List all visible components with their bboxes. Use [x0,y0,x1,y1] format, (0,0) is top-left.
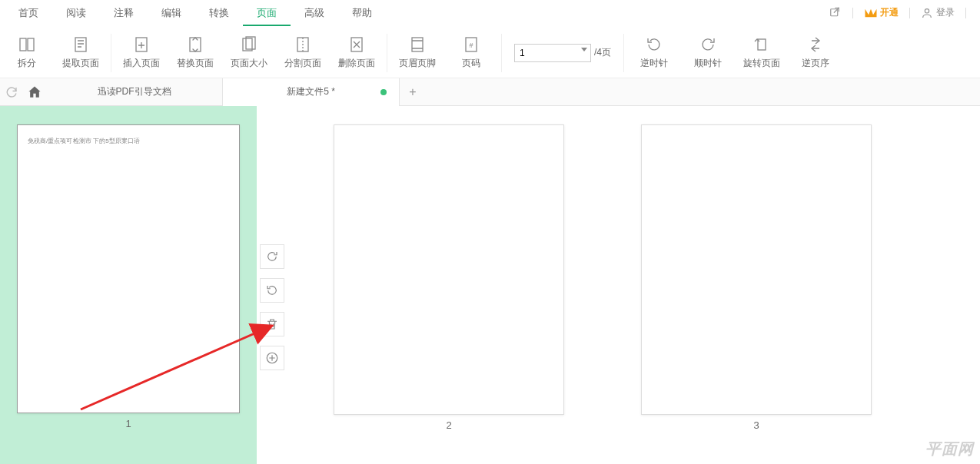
side-add-button[interactable] [260,346,284,370]
add-tab-button[interactable]: + [400,85,426,99]
menu-item-edit[interactable]: 编辑 [148,0,195,26]
svg-point-1 [925,8,929,12]
menu-bar: 首页 阅读 注释 编辑 转换 页面 高级 帮助 开通 登录 [0,0,980,26]
login-label-text: 登录 [936,6,955,19]
page1-content-text: 免税商/重点项可检测市 下的5型原案口语 [18,125,217,157]
side-rotate-ccw-button[interactable] [260,278,284,303]
menu-item-convert[interactable]: 转换 [195,0,243,26]
svg-rect-6 [190,38,201,51]
tool-reverse-label: 逆页序 [802,57,829,70]
page-thumb-3-number: 3 [753,419,759,431]
tool-reverse-order[interactable]: 逆页序 [789,28,842,78]
menu-item-home[interactable]: 首页 [5,0,52,26]
menu-item-page[interactable]: 页面 [243,0,291,26]
page-number-input[interactable] [514,44,591,62]
home-icon[interactable] [23,85,46,100]
redo-icon[interactable] [0,85,23,99]
toolbar: 拆分 提取页面 插入页面 替换页面 页面大小 分割页面 删除页面 页眉页脚 # … [0,26,980,78]
page-side-tools [260,244,284,370]
svg-rect-4 [75,38,86,51]
page-thumb-2[interactable]: 2 [334,106,564,464]
tool-split[interactable]: 拆分 [0,28,54,78]
tool-split-label: 拆分 [18,57,36,70]
page-input-group: /4页 [514,44,611,62]
tool-insert[interactable]: 插入页面 [115,28,168,78]
tool-extract[interactable]: 提取页面 [54,28,108,78]
svg-rect-2 [20,38,26,51]
login-button[interactable]: 登录 [921,6,955,19]
tool-ccw-label: 逆时针 [640,57,668,70]
tab-new-file[interactable]: 新建文件5 * [223,78,400,106]
share-icon[interactable] [828,6,842,20]
tool-delete[interactable]: 删除页面 [330,28,384,78]
page-thumb-3[interactable]: 3 [641,106,872,464]
tool-rotate-ccw[interactable]: 逆时针 [627,28,681,78]
dropdown-caret-icon[interactable] [581,48,587,51]
menu-item-advanced[interactable]: 高级 [291,0,338,26]
side-delete-button[interactable] [260,312,284,336]
svg-text:#: # [469,41,473,49]
page-thumb-2-number: 2 [446,419,451,431]
svg-rect-3 [28,38,34,51]
tool-rotate-cw[interactable]: 顺时针 [681,28,735,78]
tool-pagesize-label: 页面大小 [231,57,267,70]
tool-replace[interactable]: 替换页面 [168,28,222,78]
vip-button[interactable]: 开通 [864,6,899,19]
tool-delete-label: 删除页面 [338,57,375,70]
menu-item-read[interactable]: 阅读 [52,0,100,26]
tool-headerfooter-label: 页眉页脚 [399,57,436,70]
menu-item-help[interactable]: 帮助 [338,0,386,26]
tab-guide-doc[interactable]: 迅读PDF引导文档 [46,78,223,106]
tool-pagesize[interactable]: 页面大小 [222,28,276,78]
page-thumb-1-number: 1 [125,418,131,429]
svg-rect-11 [412,38,423,51]
menu-item-annotate[interactable]: 注释 [100,0,148,26]
tabs-row: 迅读PDF引导文档 新建文件5 * + [0,78,980,106]
modified-indicator-icon [380,89,387,95]
tool-pagenum-label: 页码 [462,57,480,70]
tool-replace-label: 替换页面 [177,57,214,70]
tool-pagenum[interactable]: # 页码 [444,28,498,78]
vip-label-text: 开通 [880,6,899,19]
tool-insert-label: 插入页面 [123,57,160,70]
tab-guide-label: 迅读PDF引导文档 [98,85,171,98]
tool-divide-label: 分割页面 [284,57,321,70]
tool-divide[interactable]: 分割页面 [276,28,330,78]
tool-headerfooter[interactable]: 页眉页脚 [390,28,444,78]
tool-extract-label: 提取页面 [62,57,99,70]
page-total-label: /4页 [594,46,611,59]
tool-cw-label: 顺时针 [694,57,722,70]
side-rotate-cw-button[interactable] [260,244,284,269]
tool-rotate-label: 旋转页面 [743,57,780,70]
tab-newfile-label: 新建文件5 * [287,85,335,98]
page-thumbnail-panel: 免税商/重点项可检测市 下的5型原案口语 1 2 3 [0,106,980,464]
tool-rotate-page[interactable]: 旋转页面 [735,28,789,78]
page-thumb-1[interactable]: 免税商/重点项可检测市 下的5型原案口语 1 [0,106,257,464]
